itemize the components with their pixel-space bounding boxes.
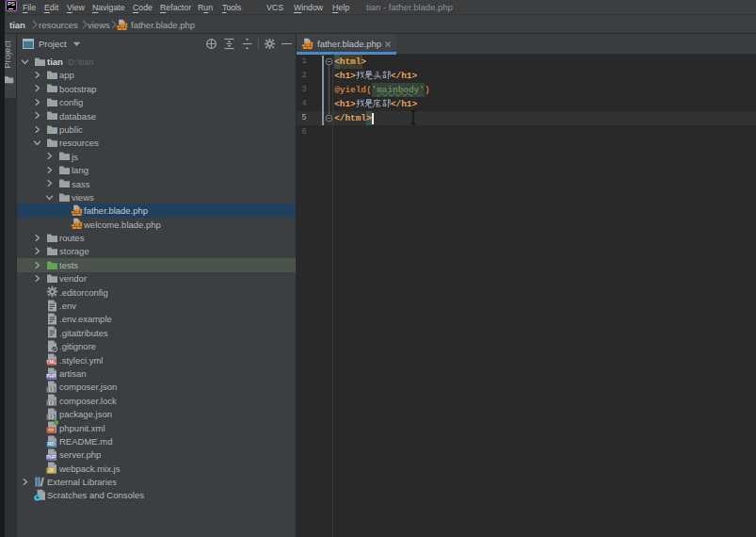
svg-text:YML: YML bbox=[46, 360, 56, 365]
svg-text:MD: MD bbox=[47, 442, 55, 447]
svg-text:{ }: { } bbox=[48, 415, 53, 419]
svg-text:<>: <> bbox=[48, 428, 54, 432]
svg-text:{ }: { } bbox=[48, 387, 53, 392]
svg-text:{ }: { } bbox=[48, 400, 53, 405]
svg-text:PHP: PHP bbox=[46, 374, 56, 379]
svg-text:PHP: PHP bbox=[46, 455, 56, 460]
svg-text:JS: JS bbox=[48, 468, 55, 473]
